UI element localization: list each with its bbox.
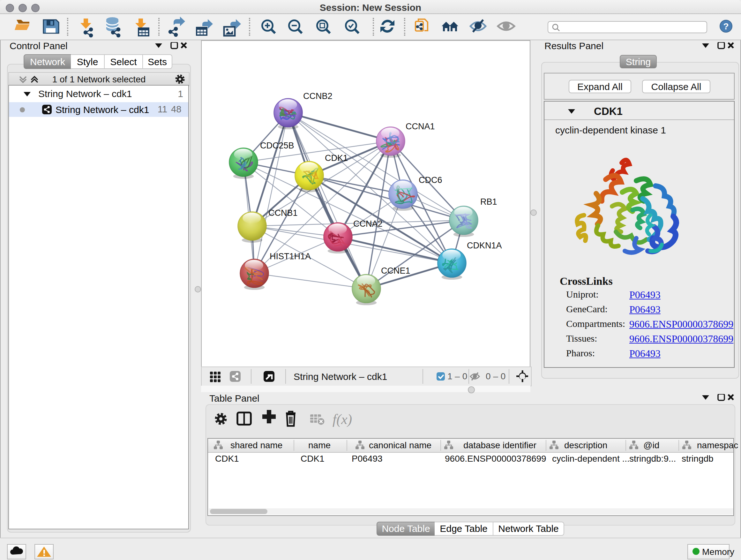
svg-text:CDK1: CDK1 (325, 153, 348, 163)
svg-text:RB1: RB1 (480, 197, 497, 206)
svg-text:CCNA1: CCNA1 (406, 122, 435, 131)
svg-text:CDC6: CDC6 (419, 175, 442, 185)
svg-text:CCNA2: CCNA2 (353, 219, 383, 229)
svg-text:CCNB2: CCNB2 (303, 91, 333, 101)
svg-text:CDKN1A: CDKN1A (467, 241, 502, 250)
svg-text:CCNE1: CCNE1 (381, 266, 410, 275)
svg-text:f(x): f(x) (333, 412, 352, 427)
svg-text:CDC25B: CDC25B (260, 141, 294, 150)
svg-text:CCNB1: CCNB1 (268, 208, 298, 218)
svg-text:?: ? (723, 21, 729, 31)
svg-text:HIST1H1A: HIST1H1A (270, 252, 311, 261)
